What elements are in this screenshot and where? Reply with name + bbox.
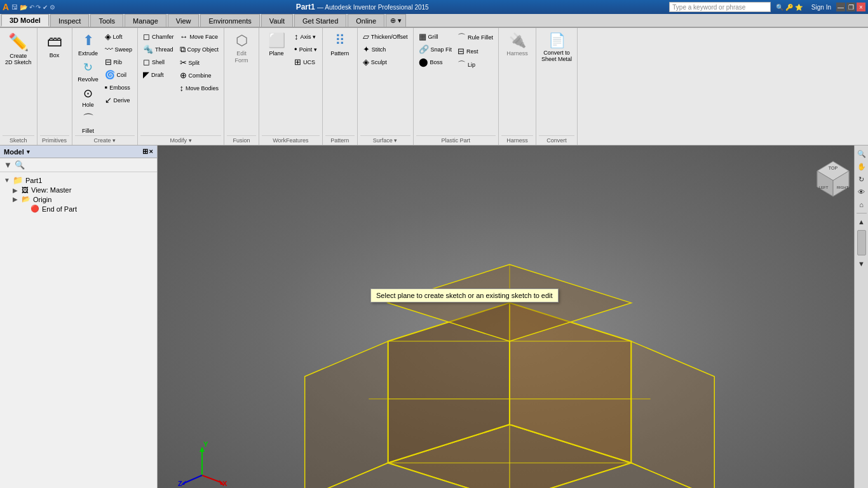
origin-label: Origin <box>33 196 51 203</box>
title-bar-right[interactable]: Type a keyword or phrase 🔍 🔑 ⭐ Sign In —… <box>669 2 865 12</box>
pattern-button[interactable]: ⠿ Pattern <box>325 30 355 58</box>
ribbon-group-sketch-items: ✏️ Create2D Sketch <box>3 30 34 67</box>
create-col-1: ⬆ Extrude ↻ Revolve ⊙ Hole ⌒ Fillet <box>75 30 102 135</box>
view-cube[interactable]: TOP LEFT RIGHT <box>811 158 855 203</box>
move-face-button[interactable]: ↔ Move Face <box>177 30 222 43</box>
pan-button[interactable]: ✋ <box>856 161 867 172</box>
loft-button[interactable]: ◈ Loft <box>102 30 135 43</box>
orbit-button[interactable]: ↻ <box>856 173 867 185</box>
surface-col: ▱ Thicken/Offset ✦ Stitch ◈ Sculpt <box>360 30 410 68</box>
scroll-handle[interactable] <box>857 230 866 255</box>
emboss-button[interactable]: ▪ Emboss <box>102 81 135 93</box>
tab-view[interactable]: View <box>168 14 200 27</box>
scroll-down-button[interactable]: ▼ <box>856 258 867 269</box>
svg-marker-9 <box>631 341 714 488</box>
rest-button[interactable]: ⊟ Rest <box>455 45 496 57</box>
box-button[interactable]: 🗃 Box <box>40 30 69 60</box>
ribbon-group-convert: 📄 Convert toSheet Metal Convert <box>536 28 578 145</box>
tree-item-view-master[interactable]: ▶ 🖼 View: Master <box>4 186 153 194</box>
filter-icon[interactable]: ▼ <box>4 160 12 170</box>
home-view-button[interactable]: ⌂ <box>856 199 867 210</box>
view-master-expand-icon[interactable]: ▶ <box>13 187 19 194</box>
tab-inspect[interactable]: Inspect <box>50 14 89 27</box>
plane-icon: ⬜ <box>268 32 285 49</box>
create-2d-sketch-button[interactable]: ✏️ Create2D Sketch <box>3 30 34 67</box>
axis-button[interactable]: ↕ Axis ▾ <box>292 30 320 43</box>
ribbon-group-work-features-items: ⬜ Plane ↕ Axis ▾ • Point ▾ ⊞ UCS <box>262 30 320 68</box>
tree-item-end-of-part[interactable]: 🔴 End of Part <box>4 204 153 214</box>
ucs-button[interactable]: ⊞ UCS <box>292 56 320 68</box>
combine-button[interactable]: ⊕ Combine <box>177 69 222 81</box>
extrude-button[interactable]: ⬆ Extrude <box>75 30 102 58</box>
title-bar: A 🖫 📂 ↶ ↷ ✔ ⚙ Part1 — Autodesk Inventor … <box>0 0 868 14</box>
plane-button[interactable]: ⬜ Plane <box>262 30 291 58</box>
thicken-offset-label: Thicken/Offset <box>371 34 408 40</box>
emboss-icon: ▪ <box>105 83 108 92</box>
sweep-button[interactable]: 〰 Sweep <box>102 43 135 55</box>
chamfer-button[interactable]: ◻ Chamfer <box>140 30 177 43</box>
tab-3d-model[interactable]: 3D Model <box>1 14 49 27</box>
derive-button[interactable]: ↙ Derive <box>102 94 135 106</box>
tree-item-origin[interactable]: ▶ 📂 Origin <box>4 194 153 204</box>
part1-expand-icon[interactable]: ▼ <box>4 177 10 184</box>
zoom-button[interactable]: 🔍 <box>856 148 867 159</box>
viewport[interactable]: Select plane to create sketch or an exis… <box>158 146 868 488</box>
edit-form-label: EditForm <box>235 50 248 64</box>
revolve-button[interactable]: ↻ Revolve <box>75 59 102 84</box>
lip-button[interactable]: ⌒ Lip <box>455 58 496 72</box>
tab-get-started[interactable]: Get Started <box>294 14 346 27</box>
stitch-button[interactable]: ✦ Stitch <box>360 43 410 55</box>
app-subtitle: — Autodesk Inventor Professional 2015 <box>317 4 429 11</box>
snap-fit-button[interactable]: 🔗 Snap Fit <box>416 43 455 55</box>
thicken-offset-button[interactable]: ▱ Thicken/Offset <box>360 30 410 43</box>
revolve-icon: ↻ <box>83 61 93 75</box>
model-panel-dropdown-icon[interactable]: ▾ <box>27 149 30 155</box>
sculpt-button[interactable]: ◈ Sculpt <box>360 56 410 68</box>
fillet-button[interactable]: ⌒ Fillet <box>75 111 102 135</box>
sign-in-button[interactable]: Sign In <box>811 4 831 11</box>
move-bodies-button[interactable]: ↕ Move Bodies <box>177 82 222 94</box>
tab-environments[interactable]: Environments <box>200 14 259 27</box>
move-bodies-icon: ↕ <box>180 83 184 93</box>
maximize-button[interactable]: ❐ <box>846 3 855 11</box>
sculpt-label: Sculpt <box>371 59 387 65</box>
model-panel-close-icon[interactable]: × <box>149 147 153 156</box>
tab-tools[interactable]: Tools <box>90 14 123 27</box>
close-button[interactable]: × <box>857 3 865 11</box>
harness-button[interactable]: 🔌 Harness <box>501 30 533 58</box>
rest-label: Rest <box>466 48 478 55</box>
scroll-up-button[interactable]: ▲ <box>856 216 867 227</box>
search-input[interactable]: Type a keyword or phrase <box>669 2 771 12</box>
model-panel-title: Model <box>4 148 24 156</box>
search-model-icon[interactable]: 🔍 <box>15 160 25 170</box>
origin-expand-icon[interactable]: ▶ <box>13 196 19 203</box>
move-face-icon: ↔ <box>180 32 188 41</box>
hole-button[interactable]: ⊙ Hole <box>75 85 102 110</box>
boss-label: Boss <box>430 59 443 65</box>
split-icon: ✂ <box>180 58 187 67</box>
tab-extras[interactable]: ⊕ ▾ <box>386 14 406 27</box>
tab-manage[interactable]: Manage <box>125 14 166 27</box>
tab-online[interactable]: Online <box>348 14 384 27</box>
boss-button[interactable]: ⬤ Boss <box>416 56 455 68</box>
coil-button[interactable]: 🌀 Coil <box>102 69 135 81</box>
rib-button[interactable]: ⊟ Rib <box>102 56 135 68</box>
shell-button[interactable]: ◻ Shell <box>140 56 177 68</box>
end-of-part-label: End of Part <box>42 205 77 213</box>
grill-button[interactable]: ▦ Grill <box>416 30 455 43</box>
draft-button[interactable]: ◤ Draft <box>140 69 177 81</box>
grill-label: Grill <box>428 34 438 40</box>
rule-fillet-button[interactable]: ⌒ Rule Fillet <box>455 30 496 44</box>
convert-sheet-metal-button[interactable]: 📄 Convert toSheet Metal <box>539 30 574 64</box>
edit-form-button[interactable]: ⬡ EditForm <box>227 30 256 65</box>
tree-item-part1[interactable]: ▼ 📁 Part1 <box>4 175 153 186</box>
split-button[interactable]: ✂ Split <box>177 57 222 69</box>
model-panel-expand-icon[interactable]: ⊞ <box>142 147 148 156</box>
tab-vault[interactable]: Vault <box>261 14 293 27</box>
copy-object-button[interactable]: ⧉ Copy Object <box>177 43 222 56</box>
point-button[interactable]: • Point ▾ <box>292 43 320 55</box>
look-button[interactable]: 👁 <box>856 186 867 198</box>
snap-fit-label: Snap Fit <box>431 46 452 53</box>
minimize-button[interactable]: — <box>836 3 845 11</box>
thread-button[interactable]: 🔩 Thread <box>140 43 177 55</box>
